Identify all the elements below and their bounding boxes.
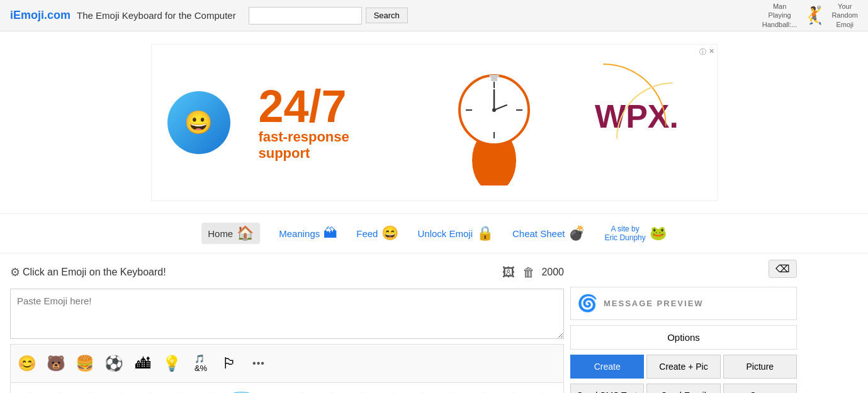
tab-flags[interactable]: 🏳 <box>216 350 244 377</box>
svg-rect-12 <box>489 75 499 77</box>
tab-travel[interactable]: 🏙 <box>129 350 157 377</box>
ad-close-icon[interactable]: ✕ <box>709 47 714 57</box>
ad-info-close: ⓘ ✕ <box>699 47 714 57</box>
instruction-text: Click an Emoji on the Keyboard! <box>23 267 501 278</box>
nav-label-unlock: Unlock Emoji <box>417 228 473 239</box>
action-row: Create Create + Pic Picture <box>570 355 797 379</box>
emoji-cell[interactable]: 😄 <box>135 387 166 393</box>
nav-emoji-unlock: 🔒 <box>476 225 493 241</box>
create-pic-button[interactable]: Create + Pic <box>646 355 720 379</box>
tab-symbols[interactable]: 🎵&% <box>187 350 215 377</box>
emoji-cell[interactable]: 😚 <box>498 387 528 393</box>
search-input[interactable] <box>249 7 362 25</box>
emoji-cell[interactable]: 😃 <box>105 387 135 393</box>
nav-item-unlock[interactable]: Unlock Emoji 🔒 <box>417 225 493 241</box>
nav-emoji-home: 🏠 <box>237 225 254 241</box>
char-count: 2000 <box>541 267 564 278</box>
tab-objects[interactable]: 💡 <box>158 350 186 377</box>
send-email-button[interactable]: Send Email <box>646 384 720 393</box>
ad-headline: 24/7 <box>259 84 419 129</box>
search-button[interactable]: Search <box>366 8 408 23</box>
emoji-cell[interactable]: 😀 <box>14 387 45 393</box>
ad-clock-svg <box>450 60 538 185</box>
header: iEmoji.com The Emoji Keyboard for the Co… <box>0 0 868 31</box>
settings-icon: ⚙ <box>10 265 20 279</box>
logo-link[interactable]: iEmoji.com <box>10 9 70 22</box>
ad-logo: 😀 <box>152 85 246 160</box>
ad-logo-circle: 😀 <box>167 91 230 154</box>
ad-logo-emoji: 😀 <box>184 109 213 136</box>
ad-text-section: 24/7 fast-responsesupport <box>246 71 431 174</box>
nav-label-feed: Feed <box>356 228 378 239</box>
emoji-cell[interactable]: 😛 <box>528 387 558 393</box>
ad-clock-section <box>431 60 557 185</box>
options-button[interactable]: Options <box>570 325 797 350</box>
emoji-cell[interactable]: 😙 <box>468 387 498 393</box>
nav-item-cheatsheet[interactable]: Cheat Sheet 💣 <box>512 225 585 241</box>
ad-info-icon[interactable]: ⓘ <box>699 47 706 57</box>
emoji-tabs: 😊 🐻 🍔 ⚽ 🏙 💡 🎵&% 🏳 ••• <box>10 344 564 382</box>
emoji-cell[interactable]: 😈 <box>256 387 286 393</box>
emoji-cell[interactable]: 😌 <box>377 387 407 393</box>
nav-item-home[interactable]: Home 🏠 <box>201 223 260 244</box>
trash-icon-btn[interactable]: 🗑 <box>521 264 536 281</box>
right-section: Man Playing Handball:... 🤾 Your Random E… <box>762 2 858 29</box>
ad-wpx-section: WPX. <box>557 97 717 148</box>
nav-label-home: Home <box>208 228 233 239</box>
ad-banner: ⓘ ✕ 😀 24/7 fast-responsesupport <box>0 31 868 214</box>
main: ⚙ Click an Emoji on the Keyboard! 🖼 🗑 20… <box>0 253 868 393</box>
tab-more[interactable]: ••• <box>245 350 273 377</box>
emoji-cell[interactable]: 😊 <box>317 387 347 393</box>
toolbar-row: ⚙ Click an Emoji on the Keyboard! 🖼 🗑 20… <box>10 260 564 285</box>
emoji-cell[interactable]: 😘 <box>437 387 468 393</box>
nav-emoji-meanings: 🏔 <box>324 225 337 241</box>
svg-point-10 <box>492 108 496 112</box>
tab-food[interactable]: 🍔 <box>71 350 99 377</box>
tagline: The Emoji Keyboard for the Computer <box>77 10 236 21</box>
nav-label-site: A site byEric Dunphy <box>604 224 645 242</box>
nav-emoji-cheatsheet: 💣 <box>568 225 585 241</box>
picture-button[interactable]: Picture <box>723 355 797 379</box>
nav: Home 🏠 Meanings 🏔 Feed 😄 Unlock Emoji 🔒 … <box>0 214 868 253</box>
nav-emoji-site: 🐸 <box>650 225 667 241</box>
send-sms-button[interactable]: Send SMS Text <box>570 384 644 393</box>
preview-swirl-icon: 🌀 <box>577 294 597 313</box>
preview-label: MESSAGE PREVIEW <box>604 299 704 308</box>
nav-item-meanings[interactable]: Meanings 🏔 <box>279 225 337 241</box>
emoji-cell[interactable]: 😍 <box>407 387 437 393</box>
emoji-cell[interactable]: 😅 <box>166 387 196 393</box>
emoji-grid: 😀 😁 😂 😃 😄 😅 😆 😇 😈 😉 😊 😋 😌 😍 😘 😙 😚 😛 😜 😝 <box>10 382 564 393</box>
left-panel: ⚙ Click an Emoji on the Keyboard! 🖼 🗑 20… <box>10 260 564 393</box>
create-button[interactable]: Create <box>570 355 644 379</box>
man-handball-emoji: 🤾 <box>803 5 825 26</box>
backspace-button[interactable]: ⌫ <box>769 260 797 278</box>
nav-emoji-feed: 😄 <box>381 225 398 241</box>
emoji-cell[interactable]: 😉 <box>286 387 317 393</box>
nav-label-meanings: Meanings <box>279 228 320 239</box>
send-row: Send SMS Text Send Email Copy <box>570 384 797 393</box>
nav-item-feed[interactable]: Feed 😄 <box>356 225 398 241</box>
emoji-cell[interactable]: 😂 <box>75 387 105 393</box>
nav-label-cheatsheet: Cheat Sheet <box>512 228 565 239</box>
tab-activities[interactable]: ⚽ <box>100 350 128 377</box>
man-playing-handball-text: Man Playing Handball:... <box>762 2 798 29</box>
toolbar-right: 🖼 🗑 2000 <box>501 264 564 281</box>
ad-wpx-text: WPX. <box>595 97 679 135</box>
copy-button[interactable]: Copy <box>723 384 797 393</box>
nav-item-site[interactable]: A site byEric Dunphy 🐸 <box>604 224 666 242</box>
emoji-textarea[interactable] <box>10 289 564 339</box>
image-icon-btn[interactable]: 🖼 <box>501 264 516 281</box>
emoji-cell[interactable]: 😁 <box>45 387 75 393</box>
tab-smileys[interactable]: 😊 <box>13 350 41 377</box>
random-emoji-label: Your Random Emoji <box>831 2 858 29</box>
tab-animals[interactable]: 🐻 <box>42 350 70 377</box>
emoji-cell[interactable]: 😆 <box>196 387 226 393</box>
preview-header: 🌀 MESSAGE PREVIEW <box>570 287 797 320</box>
right-panel: ⌫ 🌀 MESSAGE PREVIEW Options Create Creat… <box>570 260 797 393</box>
ad-subheadline: fast-responsesupport <box>259 129 419 162</box>
ad-inner: ⓘ ✕ 😀 24/7 fast-responsesupport <box>151 44 718 201</box>
emoji-cell[interactable]: 😇 <box>226 387 256 393</box>
emoji-cell[interactable]: 😋 <box>347 387 377 393</box>
